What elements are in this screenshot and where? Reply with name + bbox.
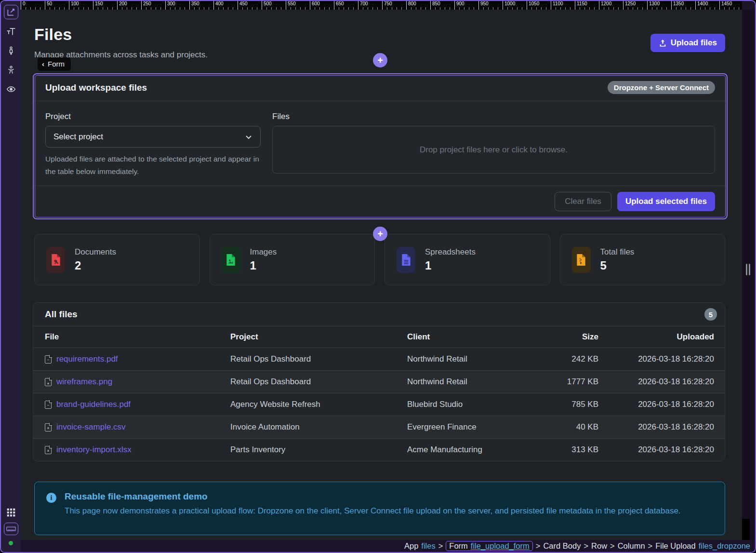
chevron-down-icon	[245, 133, 252, 141]
uploaded-cell: 2026-03-18 16:28:20	[598, 416, 725, 439]
breadcrumb-column[interactable]: Column	[618, 541, 645, 551]
stat-label: Images	[250, 247, 277, 257]
stat-value: 1	[250, 259, 277, 272]
upload-selected-button[interactable]: Upload selected files	[617, 192, 715, 211]
add-component-button-2[interactable]: +	[373, 227, 387, 241]
stat-value: 2	[75, 259, 116, 272]
stat-label: Spreadsheets	[425, 247, 476, 257]
horizontal-ruler: 0501001502002503003504004505005506006507…	[21, 1, 742, 10]
file-type-icon	[45, 378, 52, 386]
stat-value: 5	[600, 259, 635, 272]
all-files-card: All files 5 File Project Client Size Upl…	[33, 302, 725, 461]
client-cell: Northwind Retail	[407, 371, 528, 393]
breadcrumb-file-upload[interactable]: File Upload	[655, 541, 695, 551]
stat-card-spreadsheets: Spreadsheets 1	[385, 234, 550, 285]
project-help-text: Uploaded files are attached to the selec…	[45, 153, 261, 178]
breadcrumb-card-body[interactable]: Card Body	[543, 541, 581, 551]
upload-workspace-card[interactable]: Upload workspace files Dropzone + Server…	[33, 73, 728, 219]
zip-file-icon	[572, 247, 591, 273]
breadcrumb-sep: >	[610, 541, 615, 551]
project-select-value: Select project	[53, 132, 103, 142]
alert-title: Reusable file-management demo	[65, 491, 681, 502]
table-row[interactable]: wireframes.png Retail Ops Dashboard Nort…	[33, 371, 725, 393]
breadcrumb-file-upload-id[interactable]: files_dropzone	[699, 541, 750, 551]
size-cell: 313 KB	[528, 439, 598, 461]
client-cell: Bluebird Studio	[407, 393, 528, 416]
app-frame: 0501001502002503003504004505005506006507…	[0, 0, 756, 553]
stat-label: Documents	[75, 247, 116, 257]
eye-icon[interactable]	[4, 82, 18, 96]
edit-icon[interactable]	[4, 5, 18, 19]
client-cell: Evergreen Finance	[407, 416, 528, 439]
project-select[interactable]: Select project	[45, 126, 261, 148]
file-link[interactable]: requirements.pdf	[56, 354, 118, 364]
panel-resize-handle[interactable]	[746, 264, 752, 275]
table-row[interactable]: invoice-sample.csv Invoice Automation Ev…	[33, 416, 725, 439]
typography-icon[interactable]	[4, 24, 18, 39]
files-label: Files	[272, 112, 715, 121]
files-column: Files Drop project files here or click t…	[272, 112, 715, 178]
client-cell: Acme Manufacturing	[407, 439, 528, 461]
upload-card-title: Upload workspace files	[45, 82, 147, 93]
project-cell: Parts Inventory	[230, 439, 407, 461]
upload-card-body: Project Select project Uploaded files ar…	[34, 101, 727, 186]
upload-card-footer: Clear files Upload selected files	[34, 186, 727, 217]
right-panel-strip	[742, 10, 755, 540]
size-cell: 242 KB	[528, 348, 598, 371]
col-uploaded: Uploaded	[598, 326, 725, 348]
breadcrumb-sep: >	[536, 541, 541, 551]
status-dot	[9, 541, 13, 545]
stats-row: Documents 2 Images 1 Spreadsheets	[34, 234, 725, 285]
selected-element-tag[interactable]: ‹ Form	[38, 57, 71, 71]
breadcrumb-row[interactable]: Row	[591, 541, 607, 551]
project-cell: Agency Website Refresh	[230, 393, 407, 416]
accessibility-icon[interactable]	[4, 63, 18, 77]
dropzone-placeholder: Drop project files here or click to brow…	[420, 145, 568, 155]
all-files-header: All files 5	[33, 303, 725, 326]
grid-icon[interactable]	[4, 506, 18, 519]
stat-card-images: Images 1	[210, 234, 375, 285]
table-row[interactable]: brand-guidelines.pdf Agency Website Refr…	[33, 393, 725, 416]
scrollbar-thumb[interactable]	[742, 519, 750, 540]
size-cell: 40 KB	[528, 416, 598, 439]
project-column: Project Select project Uploaded files ar…	[45, 112, 261, 178]
breadcrumb-form-selected[interactable]: Form file_upload_form	[446, 541, 533, 551]
file-link[interactable]: invoice-sample.csv	[56, 422, 126, 432]
files-table-body: requirements.pdf Retail Ops Dashboard No…	[33, 348, 725, 461]
client-cell: Northwind Retail	[407, 348, 528, 371]
stat-value: 1	[425, 259, 476, 272]
clear-files-button[interactable]: Clear files	[555, 192, 611, 211]
size-cell: 785 KB	[528, 393, 598, 416]
col-project: Project	[230, 326, 407, 348]
col-file: File	[33, 326, 230, 348]
file-link[interactable]: brand-guidelines.pdf	[56, 400, 131, 409]
alert-body: This page now demonstrates a practical u…	[65, 506, 681, 516]
add-component-button[interactable]: +	[373, 53, 387, 67]
project-cell: Retail Ops Dashboard	[230, 371, 407, 393]
breadcrumb-app-id[interactable]: files	[421, 541, 435, 551]
file-link[interactable]: inventory-import.xlsx	[56, 445, 132, 455]
left-toolbar	[1, 1, 21, 552]
table-row[interactable]: requirements.pdf Retail Ops Dashboard No…	[33, 348, 725, 371]
selected-element-label: Form	[48, 60, 65, 68]
file-count-badge: 5	[704, 308, 717, 321]
file-type-icon	[45, 401, 52, 409]
uploaded-cell: 2026-03-18 16:28:20	[598, 371, 725, 393]
file-dropzone[interactable]: Drop project files here or click to brow…	[272, 126, 715, 174]
info-alert: i Reusable file-management demo This pag…	[34, 482, 725, 535]
project-cell: Invoice Automation	[230, 416, 407, 439]
breadcrumb-sep: >	[584, 541, 588, 551]
breadcrumb-app[interactable]: App	[404, 541, 418, 551]
ruler-icon[interactable]	[4, 523, 18, 535]
info-person-icon[interactable]	[4, 43, 18, 58]
page-title: Files	[34, 25, 72, 44]
file-type-icon	[45, 446, 52, 454]
uploaded-cell: 2026-03-18 16:28:20	[598, 348, 725, 371]
uploaded-cell: 2026-03-18 16:28:20	[598, 393, 725, 416]
breadcrumb: App files > Form file_upload_form > Card…	[21, 540, 755, 552]
upload-files-button[interactable]: Upload files	[650, 34, 725, 52]
project-cell: Retail Ops Dashboard	[230, 348, 407, 371]
file-link[interactable]: wireframes.png	[56, 377, 112, 387]
table-row[interactable]: inventory-import.xlsx Parts Inventory Ac…	[33, 439, 725, 461]
size-cell: 1777 KB	[528, 371, 598, 393]
